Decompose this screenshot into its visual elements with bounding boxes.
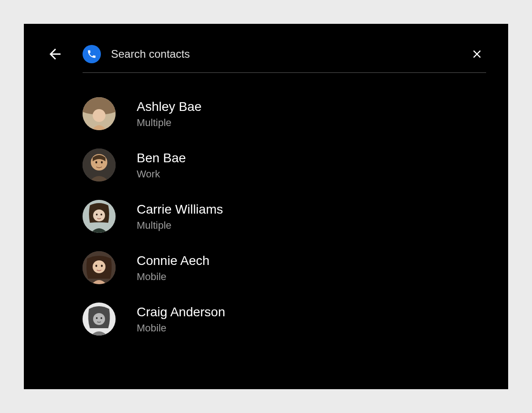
svg-point-5 [95,161,97,164]
contact-name: Craig Anderson [137,304,225,320]
contact-item-ashley-bae[interactable]: Ashley Bae Multiple [83,88,486,139]
contact-label: Work [137,168,186,180]
close-icon [471,48,483,61]
contact-item-ben-bae[interactable]: Ben Bae Work [83,139,486,191]
svg-point-13 [95,265,97,267]
contact-name: Carrie Williams [137,201,223,218]
svg-point-2 [93,109,105,122]
svg-point-10 [100,214,102,215]
contact-item-connie-aech[interactable]: Connie Aech Mobile [83,242,486,293]
svg-point-8 [93,209,105,221]
svg-point-9 [96,214,98,215]
avatar [83,97,116,130]
svg-point-18 [100,317,102,319]
avatar [83,303,116,336]
contacts-search-screen: Ashley Bae Multiple Ben Bae Work [24,24,508,389]
contact-label: Multiple [137,220,223,231]
arrow-back-icon [47,46,63,62]
svg-point-12 [93,260,105,273]
search-row [83,45,486,73]
contact-label: Mobile [137,322,225,334]
contacts-list: Ashley Bae Multiple Ben Bae Work [24,88,508,345]
contact-info: Ashley Bae Multiple [137,99,202,129]
contact-item-carrie-williams[interactable]: Carrie Williams Multiple [83,191,486,242]
avatar [83,200,116,233]
avatar [83,251,116,284]
svg-point-17 [96,317,98,319]
contact-info: Carrie Williams Multiple [137,201,223,231]
header [24,24,508,84]
contact-info: Ben Bae Work [137,150,186,180]
search-input[interactable] [111,48,459,61]
contact-info: Craig Anderson Mobile [137,304,225,334]
svg-point-6 [101,161,103,164]
contact-label: Multiple [137,117,202,129]
contact-name: Connie Aech [137,253,210,269]
contact-name: Ashley Bae [137,99,202,115]
svg-point-14 [101,265,103,267]
phone-icon [87,49,97,59]
svg-point-16 [93,313,105,325]
contact-name: Ben Bae [137,150,186,166]
avatar [83,149,116,182]
contact-item-craig-anderson[interactable]: Craig Anderson Mobile [83,293,486,345]
contact-label: Mobile [137,271,210,283]
contact-info: Connie Aech Mobile [137,253,210,283]
back-button[interactable] [46,45,64,63]
phone-app-icon [83,45,101,63]
clear-search-button[interactable] [468,45,486,63]
